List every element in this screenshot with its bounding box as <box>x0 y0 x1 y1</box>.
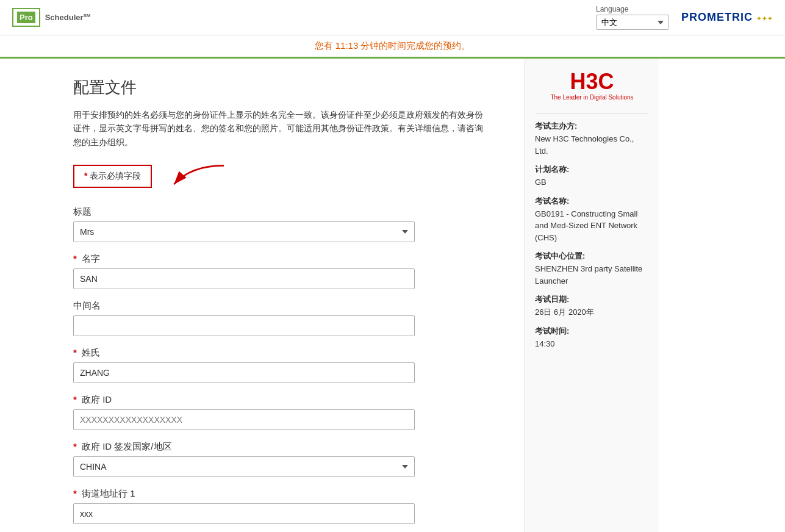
exam-time-value: 14:30 <box>535 338 649 350</box>
gov-id-label: * 政府 ID <box>73 394 488 406</box>
timer-bar: 您有 11:13 分钟的时间完成您的预约。 <box>0 35 785 59</box>
arrow-container <box>157 161 230 192</box>
logo-container: Pro SchedulerSM <box>12 8 91 27</box>
title-select[interactable]: Mrs Mr Ms Dr <box>73 221 415 242</box>
sidebar-plan-name: 计划名称: GB <box>535 164 649 189</box>
middle-name-input[interactable] <box>73 315 415 336</box>
gov-id-group: * 政府 ID <box>73 394 488 430</box>
prometric-logo: PROMETRIC ✦✦✦ <box>681 11 773 24</box>
sidebar-exam-center: 考试中心位置: SHENZHEN 3rd party Satellite Lau… <box>535 251 649 287</box>
last-name-required: * <box>73 347 77 358</box>
sidebar-exam-organizer: 考试主办方: New H3C Technologies Co., Ltd. <box>535 121 649 157</box>
intro-text: 用于安排预约的姓名必须与您的身份证件上显示的姓名完全一致。该身份证件至少必须是政… <box>73 108 488 149</box>
first-name-input[interactable] <box>73 268 415 289</box>
timer-message: 您有 11:13 分钟的时间完成您的预约。 <box>315 40 471 51</box>
exam-center-label: 考试中心位置: <box>535 251 649 262</box>
language-select[interactable]: 中文 English <box>596 15 669 30</box>
language-label: Language <box>596 5 628 13</box>
street-input[interactable] <box>73 503 415 524</box>
exam-name-value: GB0191 - Constructing Small and Med-Size… <box>535 208 649 244</box>
last-name-group: * 姓氏 <box>73 347 488 383</box>
h3c-logo: H3C <box>535 71 649 93</box>
header-right: Language 中文 English PROMETRIC ✦✦✦ <box>596 5 773 30</box>
middle-name-group: 中间名 <box>73 300 488 336</box>
sidebar: H3C The Leader in Digital Solutions 考试主办… <box>525 59 659 532</box>
gov-id-country-required: * <box>73 441 77 451</box>
gov-id-country-select[interactable]: CHINA USA UK Other <box>73 456 415 477</box>
required-box: * 表示必填字段 <box>73 165 152 188</box>
gov-id-country-group: * 政府 ID 签发国家/地区 CHINA USA UK Other <box>73 441 488 477</box>
exam-organizer-value: New H3C Technologies Co., Ltd. <box>535 133 649 157</box>
exam-time-label: 考试时间: <box>535 326 649 337</box>
first-name-label: * 名字 <box>73 253 488 265</box>
exam-name-label: 考试名称: <box>535 196 649 207</box>
last-name-label: * 姓氏 <box>73 347 488 359</box>
sidebar-exam-date: 考试日期: 26日 6月 2020年 <box>535 294 649 318</box>
prometric-star-icon: ✦✦✦ <box>756 15 773 22</box>
arrow-icon <box>157 161 230 192</box>
main-layout: 配置文件 用于安排预约的姓名必须与您的身份证件上显示的姓名完全一致。该身份证件至… <box>0 59 785 532</box>
logo-scheduler: SchedulerSM <box>45 13 91 22</box>
street-required: * <box>73 488 77 498</box>
street-group: * 街道地址行 1 <box>73 488 488 524</box>
page-title: 配置文件 <box>73 77 488 98</box>
gov-id-country-label: * 政府 ID 签发国家/地区 <box>73 441 488 453</box>
exam-center-value: SHENZHEN 3rd party Satellite Launcher <box>535 263 649 287</box>
last-name-input[interactable] <box>73 362 415 383</box>
logo-box: Pro <box>12 8 40 27</box>
gov-id-input[interactable] <box>73 409 415 430</box>
exam-organizer-label: 考试主办方: <box>535 121 649 132</box>
h3c-tagline: The Leader in Digital Solutions <box>535 94 649 101</box>
h3c-logo-container: H3C The Leader in Digital Solutions <box>535 71 649 101</box>
gov-id-required: * <box>73 394 77 404</box>
title-group: 标题 Mrs Mr Ms Dr <box>73 206 488 242</box>
exam-date-value: 26日 6月 2020年 <box>535 306 649 318</box>
street-label: * 街道地址行 1 <box>73 488 488 500</box>
first-name-required: * <box>73 253 77 264</box>
sidebar-exam-time: 考试时间: 14:30 <box>535 326 649 350</box>
plan-name-value: GB <box>535 176 649 189</box>
first-name-group: * 名字 <box>73 253 488 289</box>
language-section: Language 中文 English <box>596 5 669 30</box>
header: Pro SchedulerSM Language 中文 English PROM… <box>0 0 785 35</box>
logo-pro: Pro <box>17 12 35 23</box>
plan-name-label: 计划名称: <box>535 164 649 175</box>
form-content: 配置文件 用于安排预约的姓名必须与您的身份证件上显示的姓名完全一致。该身份证件至… <box>0 59 525 532</box>
required-label: 表示必填字段 <box>90 171 141 181</box>
exam-date-label: 考试日期: <box>535 294 649 305</box>
title-label: 标题 <box>73 206 488 218</box>
middle-name-label: 中间名 <box>73 300 488 312</box>
sidebar-divider <box>535 113 649 113</box>
required-note-container: * 表示必填字段 <box>73 161 488 192</box>
sidebar-exam-name: 考试名称: GB0191 - Constructing Small and Me… <box>535 196 649 244</box>
required-asterisk: * <box>84 171 87 181</box>
